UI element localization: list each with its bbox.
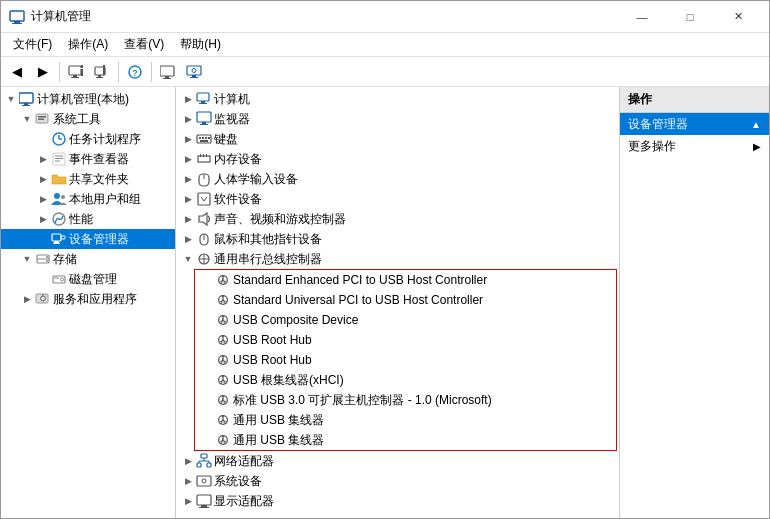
usb-child-7[interactable]: ▶ 通用 USB 集线器 xyxy=(195,410,616,430)
tree-item-task[interactable]: ▶ 任务计划程序 xyxy=(1,129,175,149)
task-expand-icon: ▶ xyxy=(35,131,51,147)
device-category-network[interactable]: ▶ 网络适配器 xyxy=(176,451,619,471)
svg-rect-9 xyxy=(98,75,101,77)
tree-item-event[interactable]: ▶ 事件查看器 xyxy=(1,149,175,169)
svg-rect-3 xyxy=(69,66,81,75)
tree-item-perf[interactable]: ▶ 性能 xyxy=(1,209,175,229)
hid-expand-icon: ▶ xyxy=(180,171,196,187)
share-folder-icon xyxy=(51,171,67,187)
svg-point-98 xyxy=(224,322,226,324)
mouse-icon xyxy=(196,231,212,247)
svg-rect-55 xyxy=(202,122,206,124)
system-tools-expand-icon: ▼ xyxy=(19,111,35,127)
usb-child-5-icon xyxy=(215,372,231,388)
tree-root[interactable]: ▼ 计算机管理(本地) xyxy=(1,89,175,109)
tree-item-disk[interactable]: ▶ 磁盘管理 xyxy=(1,269,175,289)
device-category-memory[interactable]: ▶ 内存设备 xyxy=(176,149,619,169)
svg-rect-54 xyxy=(197,112,211,122)
svg-rect-19 xyxy=(190,77,198,78)
tree-item-users[interactable]: ▶ 本地用户和组 xyxy=(1,189,175,209)
device-category-software[interactable]: ▶ 软件设备 xyxy=(176,189,619,209)
display-label: 显示适配器 xyxy=(214,493,274,510)
svg-rect-152 xyxy=(199,507,209,508)
svg-point-83 xyxy=(220,282,222,284)
device-category-usb[interactable]: ▼ 通用串行总线控制器 xyxy=(176,249,619,269)
svg-rect-37 xyxy=(52,234,61,241)
keyboard-icon xyxy=(196,131,212,147)
disk-icon xyxy=(51,271,67,287)
device-category-mouse[interactable]: ▶ 鼠标和其他指针设备 xyxy=(176,229,619,249)
device-category-computer[interactable]: ▶ 计算机 xyxy=(176,89,619,109)
device-category-display[interactable]: ▶ 显示适配器 xyxy=(176,491,619,511)
usb-child-6[interactable]: ▶ 标准 USB 3.0 可扩展主机控制器 - 1.0 (Microsof xyxy=(195,390,616,410)
services-label: 服务和应用程序 xyxy=(53,291,137,308)
tree-item-storage[interactable]: ▼ 存储 xyxy=(1,249,175,269)
action-device-manager[interactable]: 设备管理器 ▲ xyxy=(620,113,769,135)
monitor-button[interactable] xyxy=(182,60,206,84)
usb-child-2[interactable]: ▶ USB Composite Device xyxy=(195,310,616,330)
device-category-audio[interactable]: ▶ 声音、视频和游戏控制器 xyxy=(176,209,619,229)
toolbar-btn-2[interactable] xyxy=(90,60,114,84)
svg-point-111 xyxy=(220,362,222,364)
forward-button[interactable]: ▶ xyxy=(31,60,55,84)
usb-child-4-label: USB Root Hub xyxy=(233,353,312,367)
device-category-system[interactable]: ▶ 系统设备 xyxy=(176,471,619,491)
svg-rect-141 xyxy=(201,454,207,458)
window-title: 计算机管理 xyxy=(31,8,619,25)
menu-help[interactable]: 帮助(H) xyxy=(172,34,229,56)
users-icon xyxy=(51,191,67,207)
menu-file[interactable]: 文件(F) xyxy=(5,34,60,56)
monitor-expand-icon: ▶ xyxy=(180,111,196,127)
action-more[interactable]: 更多操作 ▶ xyxy=(620,135,769,157)
menu-action[interactable]: 操作(A) xyxy=(60,34,116,56)
usb-child-0[interactable]: ▶ Standard Enhanced PCI to USB Host C xyxy=(195,270,616,290)
keyboard-label: 键盘 xyxy=(214,131,238,148)
action-more-arrow: ▶ xyxy=(753,141,761,152)
svg-point-46 xyxy=(61,278,64,281)
display-icon xyxy=(196,493,212,509)
usb-child-3[interactable]: ▶ USB Root Hub xyxy=(195,330,616,350)
svg-point-104 xyxy=(220,342,222,344)
tree-item-services[interactable]: ▶ 服务和应用程序 xyxy=(1,289,175,309)
menu-view[interactable]: 查看(V) xyxy=(116,34,172,56)
help-button[interactable]: ? xyxy=(123,60,147,84)
svg-rect-62 xyxy=(200,140,208,142)
titlebar: 计算机管理 — □ ✕ xyxy=(1,1,769,33)
svg-rect-58 xyxy=(199,137,201,139)
disk-label: 磁盘管理 xyxy=(69,271,117,288)
toolbar-btn-1[interactable] xyxy=(64,60,88,84)
svg-point-131 xyxy=(222,415,224,417)
device-category-keyboard[interactable]: ▶ 键盘 xyxy=(176,129,619,149)
toolbar-btn-3[interactable] xyxy=(156,60,180,84)
svg-rect-66 xyxy=(206,154,207,157)
audio-icon xyxy=(196,211,212,227)
share-label: 共享文件夹 xyxy=(69,171,129,188)
tree-item-device-manager[interactable]: 设备管理器 xyxy=(1,229,175,249)
svg-point-119 xyxy=(224,382,226,384)
minimize-button[interactable]: — xyxy=(619,1,665,33)
usb-category-icon xyxy=(196,251,212,267)
device-category-monitor[interactable]: ▶ 监视器 xyxy=(176,109,619,129)
maximize-button[interactable]: □ xyxy=(667,1,713,33)
device-category-hid[interactable]: ▶ 人体学输入设备 xyxy=(176,169,619,189)
svg-rect-65 xyxy=(203,154,204,157)
usb-child-8[interactable]: ▶ 通用 USB 集线器 xyxy=(195,430,616,450)
software-icon xyxy=(196,191,212,207)
svg-rect-56 xyxy=(200,124,208,125)
usb-child-1[interactable]: ▶ Standard Universal PCI to USB Host xyxy=(195,290,616,310)
close-button[interactable]: ✕ xyxy=(715,1,761,33)
svg-point-132 xyxy=(220,422,222,424)
services-icon xyxy=(35,291,51,307)
tree-item-system-tools[interactable]: ▼ 系统工具 xyxy=(1,109,175,129)
svg-point-105 xyxy=(224,342,226,344)
usb-child-8-icon xyxy=(215,432,231,448)
tree-item-share[interactable]: ▶ 共享文件夹 xyxy=(1,169,175,189)
usb-child-5[interactable]: ▶ USB 根集线器(xHCI) xyxy=(195,370,616,390)
display-expand-icon: ▶ xyxy=(180,493,196,509)
svg-rect-143 xyxy=(207,463,211,467)
toolbar-separator-1 xyxy=(59,62,60,82)
storage-label: 存储 xyxy=(53,251,77,268)
usb-child-4[interactable]: ▶ USB Root Hub xyxy=(195,350,616,370)
usb-child-3-icon xyxy=(215,332,231,348)
back-button[interactable]: ◀ xyxy=(5,60,29,84)
